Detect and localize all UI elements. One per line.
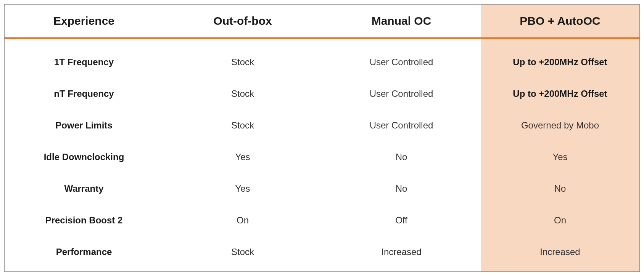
row-label-warranty: Warranty bbox=[5, 173, 163, 204]
cell-manual-oc: No bbox=[322, 141, 481, 173]
table-row: Warranty Yes No No bbox=[5, 173, 639, 204]
header-pbo-autooc: PBO + AutoOC bbox=[481, 5, 639, 37]
header-manual-oc: Manual OC bbox=[322, 5, 481, 37]
header-experience: Experience bbox=[5, 5, 163, 37]
comparison-table: Experience Out-of-box Manual OC PBO + Au… bbox=[4, 4, 640, 272]
cell-out-of-box: Yes bbox=[163, 141, 322, 173]
table-header-row: Experience Out-of-box Manual OC PBO + Au… bbox=[5, 5, 639, 39]
cell-out-of-box: Stock bbox=[163, 47, 322, 78]
cell-manual-oc: Increased bbox=[322, 236, 481, 268]
cell-out-of-box: On bbox=[163, 204, 322, 236]
row-label-power-limits: Power Limits bbox=[5, 110, 163, 141]
table-row: Idle Downclocking Yes No Yes bbox=[5, 141, 639, 173]
row-label-precision-boost-2: Precision Boost 2 bbox=[5, 204, 163, 236]
row-label-1t-frequency: 1T Frequency bbox=[5, 47, 163, 78]
table-row: 1T Frequency Stock User Controlled Up to… bbox=[5, 47, 639, 78]
cell-pbo-autooc: Increased bbox=[481, 236, 639, 268]
cell-manual-oc: User Controlled bbox=[322, 110, 481, 141]
cell-manual-oc: Off bbox=[322, 204, 481, 236]
cell-manual-oc: User Controlled bbox=[322, 47, 481, 78]
table-row: Power Limits Stock User Controlled Gover… bbox=[5, 110, 639, 141]
cell-pbo-autooc: On bbox=[481, 204, 639, 236]
cell-pbo-autooc: Up to +200MHz Offset bbox=[481, 47, 639, 78]
cell-pbo-autooc: Governed by Mobo bbox=[481, 110, 639, 141]
row-label-idle-downclocking: Idle Downclocking bbox=[5, 141, 163, 173]
table-row: Performance Stock Increased Increased bbox=[5, 236, 639, 268]
table-row: nT Frequency Stock User Controlled Up to… bbox=[5, 78, 639, 110]
header-out-of-box: Out-of-box bbox=[163, 5, 322, 37]
row-label-nt-frequency: nT Frequency bbox=[5, 78, 163, 110]
cell-pbo-autooc: Yes bbox=[481, 141, 639, 173]
cell-pbo-autooc: Up to +200MHz Offset bbox=[481, 78, 639, 110]
row-label-performance: Performance bbox=[5, 236, 163, 268]
cell-out-of-box: Stock bbox=[163, 236, 322, 268]
table-row: Precision Boost 2 On Off On bbox=[5, 204, 639, 236]
cell-out-of-box: Stock bbox=[163, 78, 322, 110]
cell-out-of-box: Stock bbox=[163, 110, 322, 141]
table-body: 1T Frequency Stock User Controlled Up to… bbox=[5, 39, 639, 271]
cell-manual-oc: User Controlled bbox=[322, 78, 481, 110]
cell-pbo-autooc: No bbox=[481, 173, 639, 204]
cell-manual-oc: No bbox=[322, 173, 481, 204]
cell-out-of-box: Yes bbox=[163, 173, 322, 204]
